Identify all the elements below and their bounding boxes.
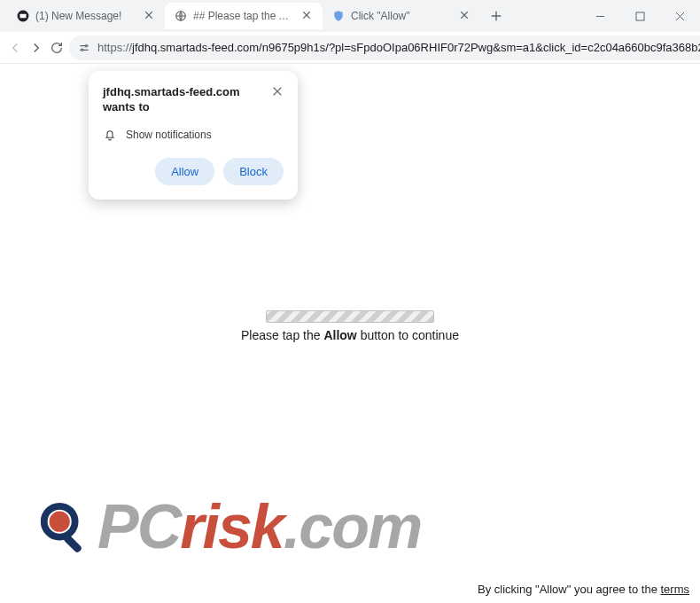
window-controls	[580, 0, 700, 32]
block-button[interactable]: Block	[223, 158, 284, 185]
permission-item: Show notifications	[103, 128, 284, 142]
notification-permission-popup: jfdhq.smartads-feed.com wants to Show no…	[89, 71, 298, 200]
svg-point-4	[85, 44, 87, 46]
page-message: Please tap the Allow button to continue	[0, 310, 700, 342]
titlebar: (1) New Message! ## Please tap the Allow…	[0, 0, 700, 32]
close-icon[interactable]	[459, 10, 471, 22]
svg-point-12	[50, 512, 70, 532]
close-icon[interactable]	[144, 10, 156, 22]
reload-button[interactable]	[50, 35, 64, 60]
close-icon[interactable]	[271, 85, 284, 98]
maximize-button[interactable]	[620, 0, 660, 32]
minimize-button[interactable]	[580, 0, 620, 32]
forward-button[interactable]	[28, 35, 44, 60]
loading-bar	[266, 310, 434, 323]
tab-title: (1) New Message!	[35, 10, 138, 22]
tab-title: Click "Allow"	[351, 10, 454, 22]
svg-rect-13	[63, 534, 83, 554]
toolbar: https://jfdhq.smartads-feed.com/n9675p9h…	[0, 32, 700, 64]
allow-button[interactable]: Allow	[155, 158, 214, 185]
svg-point-5	[82, 49, 83, 51]
page-content: jfdhq.smartads-feed.com wants to Show no…	[0, 64, 700, 603]
tab-new-message[interactable]: (1) New Message!	[7, 3, 165, 29]
new-tab-button[interactable]	[484, 4, 509, 28]
tabstrip: (1) New Message! ## Please tap the Allow…	[7, 0, 580, 32]
url-text: https://jfdhq.smartads-feed.com/n9675p9h…	[97, 41, 700, 54]
svg-rect-1	[20, 14, 27, 19]
close-window-button[interactable]	[660, 0, 700, 32]
bell-icon	[103, 128, 117, 142]
svg-rect-3	[636, 12, 644, 20]
tab-allow-button[interactable]: ## Please tap the Allow button	[165, 3, 323, 29]
close-icon[interactable]	[301, 10, 314, 22]
tab-title: ## Please tap the Allow button	[193, 10, 296, 22]
omnibox[interactable]: https://jfdhq.smartads-feed.com/n9675p9h…	[69, 35, 700, 60]
terms-link[interactable]: terms	[661, 583, 690, 596]
permission-title: jfdhq.smartads-feed.com wants to	[103, 85, 271, 115]
globe-icon	[174, 9, 188, 23]
footer-text: By clicking "Allow" you agree to the ter…	[478, 583, 689, 596]
permission-item-label: Show notifications	[126, 129, 212, 141]
magnifier-icon	[37, 499, 92, 554]
pcrisk-watermark: PCrisk.com	[37, 491, 421, 562]
tab-click-allow[interactable]: Click "Allow"	[323, 3, 480, 29]
tune-icon[interactable]	[78, 42, 90, 54]
shield-icon	[331, 9, 346, 23]
message-icon	[16, 9, 30, 23]
page-text: Please tap the Allow button to continue	[241, 328, 459, 342]
back-button[interactable]	[7, 35, 23, 60]
